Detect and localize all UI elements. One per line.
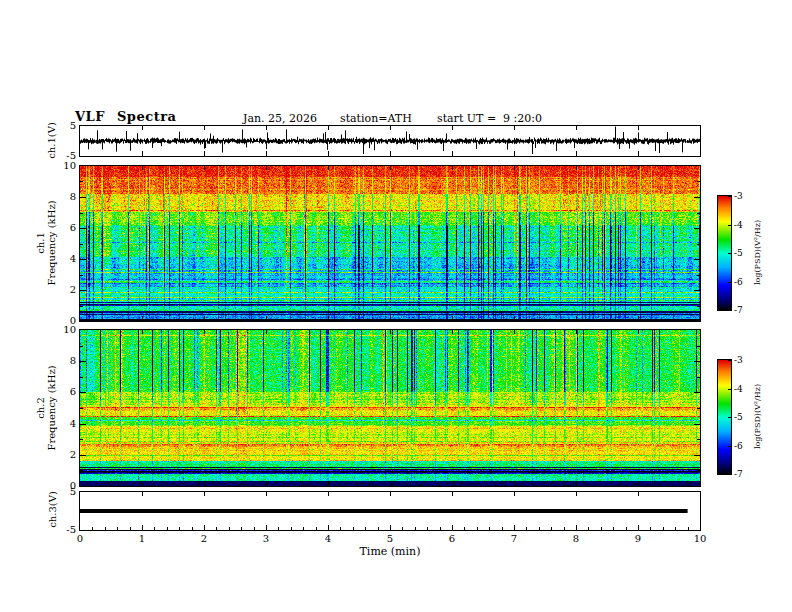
ch1-label-line: ch.1 <box>35 168 46 318</box>
colorbar-tick-label: -5 <box>734 412 756 422</box>
colorbar-tick-label: -6 <box>734 277 756 287</box>
colorbar-tick-label: -6 <box>734 441 756 451</box>
ch2-label-line: ch.2 <box>35 333 46 483</box>
ch3-voltage-plot <box>79 491 701 531</box>
x-tick-label: 7 <box>502 533 526 544</box>
vlf-spectra-figure: VLF Spectra Jan. 25, 2026 station=ATH st… <box>0 0 792 612</box>
ch2-colorbar <box>717 359 732 475</box>
y-tick-label: 10 <box>50 324 76 335</box>
x-tick-label: 9 <box>626 533 650 544</box>
colorbar-tick-label: -4 <box>734 384 756 394</box>
y-tick-label: 4 <box>50 253 76 264</box>
y-tick-label: 10 <box>50 160 76 171</box>
y-tick-label: 2 <box>50 284 76 295</box>
y-tick-label: 4 <box>50 418 76 429</box>
x-tick-label: 1 <box>130 533 154 544</box>
y-tick-label: 5 <box>50 486 76 497</box>
x-axis-label: Time (min) <box>350 545 430 558</box>
colorbar-tick-label: -7 <box>734 469 756 479</box>
ch1-colorbar <box>717 195 732 311</box>
x-tick-label: 3 <box>254 533 278 544</box>
x-tick-label: 2 <box>192 533 216 544</box>
ch1-voltage-plot <box>79 125 701 157</box>
x-tick-label: 8 <box>564 533 588 544</box>
ch2-spectrogram <box>79 329 701 487</box>
y-tick-label: 6 <box>50 222 76 233</box>
colorbar-tick-label: -7 <box>734 305 756 315</box>
y-tick-label: 5 <box>50 120 76 131</box>
y-tick-label: 6 <box>50 386 76 397</box>
x-tick-label: 10 <box>688 533 712 544</box>
header-date: Jan. 25, 2026 <box>243 112 317 125</box>
colorbar-tick-label: -3 <box>734 355 756 365</box>
ch1-spectrogram <box>79 165 701 322</box>
x-tick-label: 5 <box>378 533 402 544</box>
y-tick-label: 8 <box>50 355 76 366</box>
colorbar-tick-label: -4 <box>734 220 756 230</box>
colorbar-tick-label: -3 <box>734 191 756 201</box>
y-tick-label: 2 <box>50 449 76 460</box>
header-station: station=ATH <box>340 112 412 125</box>
y-tick-label: 8 <box>50 191 76 202</box>
x-tick-label: 4 <box>316 533 340 544</box>
figure-title: VLF Spectra <box>75 109 176 124</box>
colorbar-tick-label: -5 <box>734 248 756 258</box>
x-tick-label: 6 <box>440 533 464 544</box>
header-start-ut: start UT = 9 :20:0 <box>437 112 542 125</box>
y-tick-label: -5 <box>50 524 76 535</box>
